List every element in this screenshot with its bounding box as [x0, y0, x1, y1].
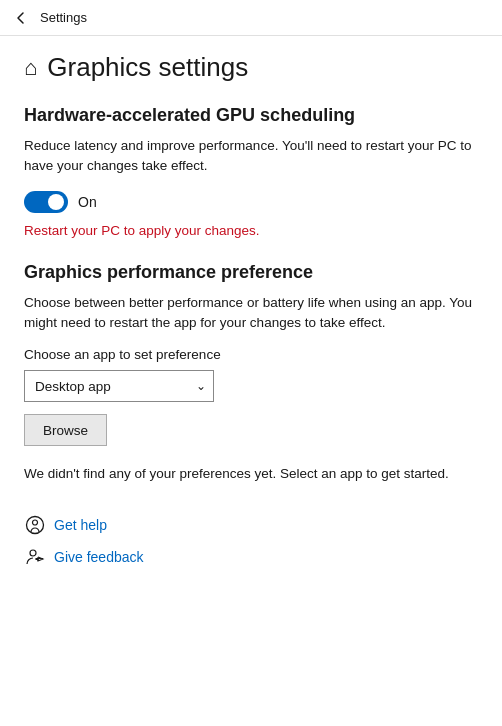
toggle-row: On [24, 191, 478, 213]
app-type-dropdown[interactable]: Desktop app Universal app [24, 370, 214, 402]
svg-point-1 [33, 520, 38, 525]
get-help-icon [24, 514, 46, 536]
footer-links: Get help Give feedback [24, 514, 478, 568]
browse-button[interactable]: Browse [24, 414, 107, 446]
choose-label: Choose an app to set preference [24, 347, 478, 362]
gpu-scheduling-toggle[interactable] [24, 191, 68, 213]
toggle-thumb [48, 194, 64, 210]
get-help-link[interactable]: Get help [24, 514, 478, 536]
gpu-scheduling-desc: Reduce latency and improve performance. … [24, 136, 478, 177]
toggle-label: On [78, 194, 97, 210]
graphics-perf-desc: Choose between better performance or bat… [24, 293, 478, 334]
titlebar-title: Settings [40, 10, 87, 25]
title-bar: Settings [0, 0, 502, 36]
page-header: ⌂ Graphics settings [24, 52, 478, 83]
gpu-scheduling-title: Hardware-accelerated GPU scheduling [24, 105, 478, 126]
home-icon: ⌂ [24, 55, 37, 81]
gpu-scheduling-section: Hardware-accelerated GPU scheduling Redu… [24, 105, 478, 238]
give-feedback-icon [24, 546, 46, 568]
restart-link[interactable]: Restart your PC to apply your changes. [24, 223, 478, 238]
graphics-perf-title: Graphics performance preference [24, 262, 478, 283]
graphics-perf-section: Graphics performance preference Choose b… [24, 262, 478, 485]
svg-point-2 [30, 550, 36, 556]
get-help-text: Get help [54, 517, 107, 533]
give-feedback-link[interactable]: Give feedback [24, 546, 478, 568]
main-content: ⌂ Graphics settings Hardware-accelerated… [0, 36, 502, 726]
give-feedback-text: Give feedback [54, 549, 144, 565]
toggle-track [24, 191, 68, 213]
page-title: Graphics settings [47, 52, 248, 83]
app-type-dropdown-wrapper: Desktop app Universal app ⌄ [24, 370, 214, 402]
no-prefs-text: We didn't find any of your preferences y… [24, 464, 478, 484]
back-button[interactable] [14, 11, 28, 25]
